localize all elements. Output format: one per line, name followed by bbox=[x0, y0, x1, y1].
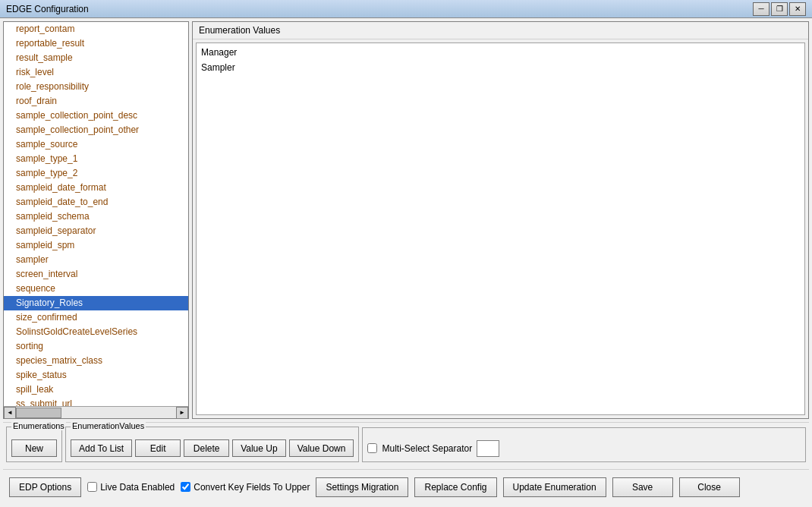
bottom-toolbar: Enumerations New EnumerationValues Add T… bbox=[3, 422, 809, 466]
add-to-list-button[interactable]: Add To List bbox=[71, 439, 132, 457]
list-item[interactable]: SolinstGoldCreateLevelSeries bbox=[4, 325, 188, 339]
scroll-track[interactable] bbox=[16, 407, 176, 418]
edp-options-button[interactable]: EDP Options bbox=[9, 477, 81, 497]
list-item[interactable]: spike_status bbox=[4, 368, 188, 383]
close-button[interactable]: Close bbox=[679, 477, 740, 497]
left-panel: report_contamreportable_resultresult_sam… bbox=[3, 21, 189, 419]
enum-values-header: Enumeration Values bbox=[193, 22, 808, 39]
convert-key-group: Convert Key Fields To Upper bbox=[181, 482, 310, 493]
enum-item[interactable]: Sampler bbox=[198, 60, 803, 75]
convert-key-label: Convert Key Fields To Upper bbox=[194, 482, 310, 493]
list-item[interactable]: sampleid_date_format bbox=[4, 181, 188, 195]
list-item[interactable]: species_matrix_class bbox=[4, 354, 188, 368]
multi-select-label: Multi-Select Separator bbox=[382, 443, 472, 454]
live-data-checkbox[interactable] bbox=[87, 482, 97, 492]
list-item[interactable]: sampleid_schema bbox=[4, 209, 188, 224]
scroll-left-arrow[interactable]: ◄ bbox=[4, 407, 16, 419]
window-controls: ─ ❐ ✕ bbox=[753, 2, 806, 16]
list-item[interactable]: result_sample bbox=[4, 51, 188, 65]
convert-key-checkbox[interactable] bbox=[181, 482, 190, 492]
live-data-label: Live Data Enabled bbox=[100, 482, 175, 493]
edit-button[interactable]: Edit bbox=[135, 439, 181, 457]
list-item[interactable]: sorting bbox=[4, 339, 188, 354]
content-area: report_contamreportable_resultresult_sam… bbox=[3, 21, 809, 419]
list-item[interactable]: Signatory_Roles bbox=[4, 296, 188, 310]
settings-migration-button[interactable]: Settings Migration bbox=[316, 477, 408, 497]
list-item[interactable]: sample_source bbox=[4, 137, 188, 152]
list-item[interactable]: sample_type_1 bbox=[4, 152, 188, 166]
close-window-button[interactable]: ✕ bbox=[789, 2, 806, 16]
value-up-button[interactable]: Value Up bbox=[232, 439, 285, 457]
enumerations-group: Enumerations New bbox=[6, 427, 62, 462]
main-container: report_contamreportable_resultresult_sam… bbox=[0, 18, 812, 507]
scroll-right-arrow[interactable]: ► bbox=[176, 407, 188, 419]
delete-button[interactable]: Delete bbox=[184, 439, 229, 457]
multi-select-group: Multi-Select Separator bbox=[362, 427, 806, 462]
horizontal-scrollbar[interactable]: ◄ ► bbox=[4, 406, 188, 418]
list-container[interactable]: report_contamreportable_resultresult_sam… bbox=[4, 22, 188, 406]
live-data-group: Live Data Enabled bbox=[87, 482, 175, 493]
enum-list-area[interactable]: ManagerSampler bbox=[196, 43, 805, 415]
list-item[interactable]: ss_submit_url bbox=[4, 397, 188, 406]
replace-config-button[interactable]: Replace Config bbox=[414, 477, 496, 497]
list-item[interactable]: sampleid_spm bbox=[4, 238, 188, 253]
multi-select-separator-input[interactable] bbox=[477, 440, 499, 457]
list-item[interactable]: reportable_result bbox=[4, 36, 188, 51]
update-enumeration-button[interactable]: Update Enumeration bbox=[503, 477, 606, 497]
multi-select-checkbox[interactable] bbox=[367, 443, 377, 453]
list-item[interactable]: sampleid_date_to_end bbox=[4, 195, 188, 209]
window-title: EDGE Configuration bbox=[6, 4, 89, 14]
enumerations-group-label: Enumerations bbox=[11, 421, 66, 430]
footer-bar: EDP Options Live Data Enabled Convert Ke… bbox=[3, 469, 809, 504]
list-item[interactable]: report_contam bbox=[4, 22, 188, 36]
minimize-button[interactable]: ─ bbox=[753, 2, 770, 16]
scroll-thumb[interactable] bbox=[16, 408, 61, 418]
list-item[interactable]: size_confirmed bbox=[4, 310, 188, 325]
list-item[interactable]: sequence bbox=[4, 282, 188, 296]
list-item[interactable]: roof_drain bbox=[4, 94, 188, 109]
save-button[interactable]: Save bbox=[612, 477, 673, 497]
list-item[interactable]: risk_level bbox=[4, 65, 188, 80]
list-item[interactable]: sample_collection_point_other bbox=[4, 123, 188, 137]
list-item[interactable]: screen_interval bbox=[4, 267, 188, 282]
enum-values-group: EnumerationValues Add To List Edit Delet… bbox=[65, 427, 359, 462]
new-button[interactable]: New bbox=[11, 439, 57, 457]
list-item[interactable]: sample_collection_point_desc bbox=[4, 109, 188, 123]
enum-item[interactable]: Manager bbox=[198, 45, 803, 60]
enum-values-label: Enumeration Values bbox=[199, 25, 280, 36]
right-panel: Enumeration Values ManagerSampler bbox=[192, 21, 809, 419]
list-item[interactable]: sample_type_2 bbox=[4, 166, 188, 181]
list-item[interactable]: sampleid_separator bbox=[4, 224, 188, 238]
enum-values-group-label: EnumerationValues bbox=[71, 421, 146, 430]
title-bar: EDGE Configuration ─ ❐ ✕ bbox=[0, 0, 812, 18]
list-item[interactable]: spill_leak bbox=[4, 383, 188, 397]
restore-button[interactable]: ❐ bbox=[771, 2, 788, 16]
list-item[interactable]: sampler bbox=[4, 253, 188, 267]
list-item[interactable]: role_responsibility bbox=[4, 80, 188, 94]
value-down-button[interactable]: Value Down bbox=[289, 439, 354, 457]
